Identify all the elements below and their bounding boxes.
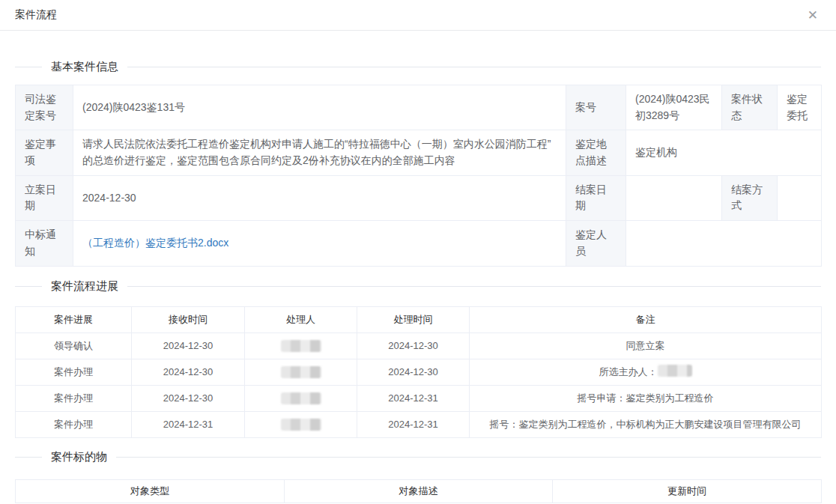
closing-method-value <box>778 175 822 220</box>
section-title-progress: 案件流程进展 <box>42 279 127 294</box>
col-header-object-type: 对象类型 <box>16 479 285 503</box>
table-header-row: 案件进展 接收时间 处理人 处理时间 备注 <box>16 306 822 333</box>
handled-time-cell: 2024-12-30 <box>357 333 470 359</box>
note-cell: 摇号申请：鉴定类别为工程造价 <box>470 385 822 411</box>
received-time-cell: 2024-12-31 <box>132 411 245 437</box>
filing-date-value: 2024-12-30 <box>73 175 566 220</box>
section-title-basic-info: 基本案件信息 <box>42 60 127 74</box>
case-status-value: 鉴定委托 <box>778 85 822 130</box>
dialog-body: 基本案件信息 司法鉴定案号 (2024)陕0423鉴131号 案号 (2024)… <box>0 59 836 504</box>
handled-time-cell: 2024-12-31 <box>357 411 470 437</box>
redacted-owner-name <box>658 365 692 377</box>
table-row: 司法鉴定案号 (2024)陕0423鉴131号 案号 (2024)陕0423民初… <box>16 85 822 130</box>
award-notice-file-link[interactable]: （工程造价）鉴定委托书2.docx <box>82 237 228 249</box>
table-header-row: 对象类型 对象描述 更新时间 <box>16 479 822 503</box>
note-text: 所选主办人： <box>599 366 658 377</box>
case-no-value: (2024)陕0423民初3289号 <box>626 85 722 130</box>
redacted-handler-name <box>281 340 321 352</box>
col-header-received-time: 接收时间 <box>132 306 245 333</box>
divider-line <box>127 67 821 67</box>
award-notice-cell: （工程造价）鉴定委托书2.docx <box>73 221 566 266</box>
location-desc-label: 鉴定地点描述 <box>566 130 626 175</box>
redacted-handler-name <box>281 392 321 404</box>
close-icon[interactable]: ✕ <box>805 7 821 23</box>
stage-cell: 案件办理 <box>16 385 132 411</box>
handled-time-cell: 2024-12-30 <box>357 359 470 385</box>
section-divider-progress: 案件流程进展 <box>15 279 821 294</box>
appraisal-matter-value: 请求人民法院依法委托工程造价鉴定机构对申请人施工的“特拉福德中心（一期）室内水公… <box>73 130 566 175</box>
note-cell: 所选主办人： <box>470 359 822 385</box>
location-desc-value: 鉴定机构 <box>626 130 822 175</box>
section-divider-subject: 案件标的物 <box>15 449 821 465</box>
handled-time-cell: 2024-12-31 <box>357 385 470 411</box>
col-header-handled-time: 处理时间 <box>357 306 470 333</box>
divider-line <box>15 67 42 67</box>
dialog-header: 案件流程 ✕ <box>0 0 836 31</box>
received-time-cell: 2024-12-30 <box>132 333 245 359</box>
col-header-stage: 案件进展 <box>16 306 132 333</box>
divider-line <box>15 457 42 458</box>
received-time-cell: 2024-12-30 <box>132 385 245 411</box>
redacted-handler-name <box>281 419 321 431</box>
award-notice-label: 中标通知 <box>16 221 73 266</box>
table-row: 领导确认 2024-12-30 2024-12-30 同意立案 <box>16 333 822 359</box>
divider-line <box>116 457 821 458</box>
table-row: 案件办理 2024-12-30 2024-12-30 所选主办人： <box>16 359 822 385</box>
table-row: 中标通知 （工程造价）鉴定委托书2.docx 鉴定人员 <box>16 221 822 266</box>
handler-cell <box>245 359 357 385</box>
case-status-label: 案件状态 <box>722 85 778 130</box>
subject-table: 对象类型 对象描述 更新时间 <box>15 479 822 504</box>
case-no-label: 案号 <box>566 85 626 130</box>
stage-cell: 案件办理 <box>16 411 132 437</box>
judicial-case-no-value: (2024)陕0423鉴131号 <box>73 85 566 130</box>
table-row: 案件办理 2024-12-30 2024-12-31 摇号申请：鉴定类别为工程造… <box>16 385 822 411</box>
closing-date-value <box>626 175 722 220</box>
section-divider-basic-info: 基本案件信息 <box>15 59 821 75</box>
col-header-update-time: 更新时间 <box>553 479 822 503</box>
basic-info-table: 司法鉴定案号 (2024)陕0423鉴131号 案号 (2024)陕0423民初… <box>15 85 822 267</box>
handler-cell <box>245 411 357 437</box>
note-cell: 同意立案 <box>470 333 822 359</box>
col-header-handler: 处理人 <box>245 306 357 333</box>
appraiser-label: 鉴定人员 <box>566 221 626 266</box>
table-row: 案件办理 2024-12-31 2024-12-31 摇号：鉴定类别为工程造价，… <box>16 411 822 437</box>
received-time-cell: 2024-12-30 <box>132 359 245 385</box>
judicial-case-no-label: 司法鉴定案号 <box>16 85 73 130</box>
table-row: 立案日期 2024-12-30 结案日期 结案方式 <box>16 175 822 220</box>
col-header-note: 备注 <box>470 306 822 333</box>
handler-cell <box>245 385 357 411</box>
case-process-dialog: 案件流程 ✕ 基本案件信息 司法鉴定案号 (2024)陕0423鉴131号 案号… <box>0 0 836 504</box>
divider-line <box>127 286 821 287</box>
stage-cell: 案件办理 <box>16 359 132 385</box>
stage-cell: 领导确认 <box>16 333 132 359</box>
appraiser-value <box>626 221 822 266</box>
closing-date-label: 结案日期 <box>566 175 626 220</box>
col-header-object-desc: 对象描述 <box>285 479 553 503</box>
redacted-handler-name <box>281 366 321 378</box>
table-row: 鉴定事项 请求人民法院依法委托工程造价鉴定机构对申请人施工的“特拉福德中心（一期… <box>16 130 822 175</box>
progress-table: 案件进展 接收时间 处理人 处理时间 备注 领导确认 2024-12-30 20… <box>15 306 822 438</box>
section-title-subject: 案件标的物 <box>42 450 116 464</box>
handler-cell <box>245 333 357 359</box>
appraisal-matter-label: 鉴定事项 <box>16 130 73 175</box>
filing-date-label: 立案日期 <box>16 175 73 220</box>
closing-method-label: 结案方式 <box>722 175 778 220</box>
dialog-title: 案件流程 <box>15 8 57 22</box>
note-cell: 摇号：鉴定类别为工程造价，中标机构为正大鹏安建设项目管理有限公司 <box>470 411 822 437</box>
divider-line <box>15 286 42 287</box>
